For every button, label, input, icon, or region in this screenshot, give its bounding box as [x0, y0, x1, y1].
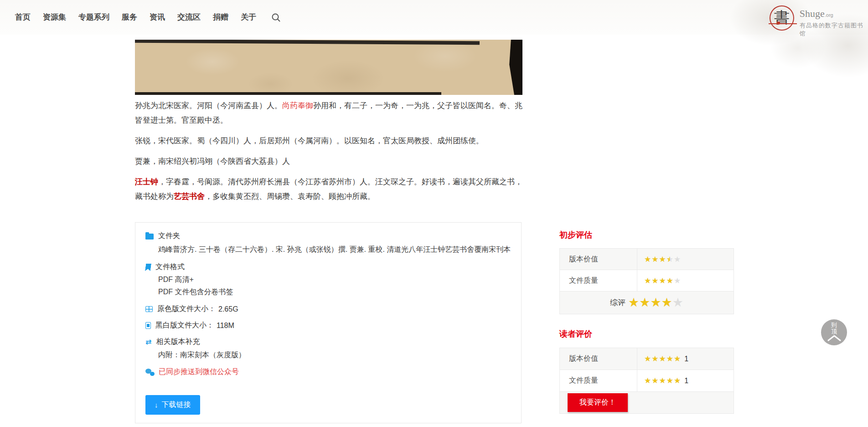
wechat-sync-link[interactable]: 已同步推送到微信公众号 [145, 367, 511, 377]
download-button[interactable]: ↓ 下载链接 [145, 395, 200, 415]
article-body: 孙兆为北宋医家。河阳（今河南孟县）人。尚药奉御孙用和，有二子，一为奇，一为兆，父… [135, 99, 522, 210]
folder-row: 文件夹 [145, 231, 511, 241]
folder-icon [145, 234, 154, 240]
row-label: 文件质量 [560, 370, 637, 391]
nav-item-home[interactable]: 首页 [15, 9, 31, 26]
reader-rating-table: 版本价值 ★★★★★★★★★★ 1 文件质量 ★★★★★★★★★★ 1 我要评价… [559, 348, 734, 414]
related-label: 相关版本补充 [156, 337, 200, 347]
row-label: 版本价值 [560, 249, 637, 270]
reader-rating-title: 读者评价 [559, 328, 592, 339]
name-yiyun-shushe: 艺芸书舍 [174, 192, 205, 201]
file-icon [145, 322, 151, 329]
rating-count: 1 [684, 377, 688, 385]
back-to-top-button[interactable]: 到顶 [821, 319, 847, 345]
folder-description: 鸡峰普济方. 三十卷（存二十六卷）. 宋. 孙兆（或张锐）撰. 贾兼. 重校. … [145, 245, 511, 255]
bw-size-label: 黑白版文件大小： [155, 321, 214, 330]
download-arrow-icon: ↓ [155, 401, 158, 409]
related-description: 内附：南宋刻本（灰度版） [145, 350, 511, 360]
star-rating: ★★★★★★★★★★ [644, 277, 681, 285]
table-row: 文件质量 ★★★★★★★★★★ 1 [560, 370, 734, 392]
table-row: 文件质量 ★★★★★★★★★★ [560, 270, 734, 292]
image-grid-icon [145, 306, 153, 312]
row-value: ★★★★★★★★★★ 1 [637, 377, 734, 385]
color-size-label: 原色版文件大小： [157, 304, 216, 314]
link-shangyao-fengyu[interactable]: 尚药奉御 [282, 101, 313, 110]
nav-item-series[interactable]: 专题系列 [78, 9, 109, 26]
color-size-value: 2.65G [218, 305, 238, 313]
header: 首页 资源集 专题系列 服务 资讯 交流区 捐赠 关于 書 [0, 0, 868, 35]
row-value: ★★★★★★★★★★ [637, 277, 734, 285]
related-row: ⇄ 相关版本补充 [145, 337, 511, 347]
nav-item-news[interactable]: 资讯 [150, 9, 165, 26]
row-value: ★★★★★★★★★★ [637, 255, 734, 263]
text-run: 张锐，宋代医家。蜀（今四川）人，后居郑州（今属河南）。以医知名，官太医局教授、成… [135, 136, 484, 145]
logo-line [769, 23, 797, 24]
text-run: 贾兼，南宋绍兴初冯翊（今陕西省大荔县）人 [135, 157, 290, 166]
scan-paper-texture [135, 40, 522, 95]
page: 首页 资源集 专题系列 服务 资讯 交流区 捐赠 关于 書 [0, 0, 868, 427]
bookmark-icon [145, 264, 151, 271]
nav-item-about[interactable]: 关于 [241, 9, 256, 26]
text-run: 孙兆为北宋医家。河阳（今河南孟县）人。 [135, 101, 282, 110]
nav-item-services[interactable]: 服务 [122, 9, 137, 26]
folder-label: 文件夹 [158, 231, 180, 241]
main-nav: 首页 资源集 专题系列 服务 资讯 交流区 捐赠 关于 [15, 9, 281, 26]
overall-label: 综评 [610, 297, 625, 308]
sync-arrows-icon: ⇄ [145, 338, 151, 346]
bw-size-value: 118M [217, 322, 234, 330]
format-row: 文件格式 [145, 262, 511, 272]
star-rating: ★★★★★★★★★★ [644, 355, 681, 363]
download-button-label: 下载链接 [162, 400, 191, 410]
book-scan-image [135, 40, 522, 95]
write-review-button[interactable]: 我要评价！ [568, 393, 628, 412]
text-run: ，多收集黄丕烈、周锡瓒、袁寿阶、顾抱冲所藏。 [205, 192, 375, 201]
nav-item-resources[interactable]: 资源集 [43, 9, 66, 26]
file-info-box: 文件夹 鸡峰普济方. 三十卷（存二十六卷）. 宋. 孙兆（或张锐）撰. 贾兼. … [135, 222, 522, 423]
rating-count: 1 [684, 355, 688, 363]
star-rating: ★★★★★★★★★★ [644, 377, 681, 385]
paragraph-jiajian: 贾兼，南宋绍兴初冯翊（今陕西省大荔县）人 [135, 154, 522, 169]
format-label: 文件格式 [155, 262, 185, 272]
search-icon[interactable] [271, 13, 281, 22]
overall-rating: 综评 ★★★★★★★★★★ [560, 292, 734, 314]
table-row: 版本价值 ★★★★★★★★★★ [560, 249, 734, 270]
initial-rating-title: 初步评估 [559, 229, 592, 240]
wechat-link-label: 已同步推送到微信公众号 [159, 367, 239, 377]
name-wangshizhong: 汪士钟 [135, 177, 158, 186]
row-label: 版本价值 [560, 348, 637, 370]
review-button-row: 我要评价！ [560, 392, 734, 413]
logo-seal-icon: 書 [770, 5, 794, 31]
nav-item-donate[interactable]: 捐赠 [213, 9, 228, 26]
table-row: 版本价值 ★★★★★★★★★★ 1 [560, 348, 734, 370]
logo-text: Shuge.org 有品格的数字古籍图书馆 [800, 5, 868, 38]
overall-star-rating: ★★★★★★★★★★ [628, 297, 683, 309]
logo-dot [777, 21, 780, 25]
row-value: ★★★★★★★★★★ 1 [637, 355, 734, 363]
scan-bottom-edge [135, 92, 441, 95]
star-rating: ★★★★★★★★★★ [644, 255, 681, 263]
paragraph-wangshizhong: 汪士钟，字春霆，号阆源。清代苏州府长洲县（今江苏省苏州市）人。汪文琛之子。好读书… [135, 175, 522, 204]
chevron-up-icon [827, 335, 841, 341]
nav-item-forum[interactable]: 交流区 [177, 9, 201, 26]
row-label: 文件质量 [560, 270, 637, 291]
wechat-icon [145, 369, 155, 376]
initial-rating-table: 版本价值 ★★★★★★★★★★ 文件质量 ★★★★★★★★★★ 综评 ★★★★★… [559, 248, 734, 314]
format-line-2: PDF 文件包含分卷书签 [145, 287, 511, 297]
logo-name: Shuge [800, 8, 825, 19]
color-size-row: 原色版文件大小：2.65G [145, 304, 511, 314]
site-logo[interactable]: 書 Shuge.org 有品格的数字古籍图书馆 [770, 5, 868, 38]
logo-tagline: 有品格的数字古籍图书馆 [800, 21, 868, 38]
paragraph-zhangrui: 张锐，宋代医家。蜀（今四川）人，后居郑州（今属河南）。以医知名，官太医局教授、成… [135, 134, 522, 148]
bw-size-row: 黑白版文件大小：118M [145, 321, 511, 330]
format-line-1: PDF 高清+ [145, 275, 511, 285]
back-to-top-label: 到顶 [831, 322, 837, 335]
table-row-overall: 综评 ★★★★★★★★★★ [560, 292, 734, 314]
paragraph-sunzhao: 孙兆为北宋医家。河阳（今河南孟县）人。尚药奉御孙用和，有二子，一为奇，一为兆，父… [135, 99, 522, 128]
logo-tld: .org [825, 12, 833, 18]
